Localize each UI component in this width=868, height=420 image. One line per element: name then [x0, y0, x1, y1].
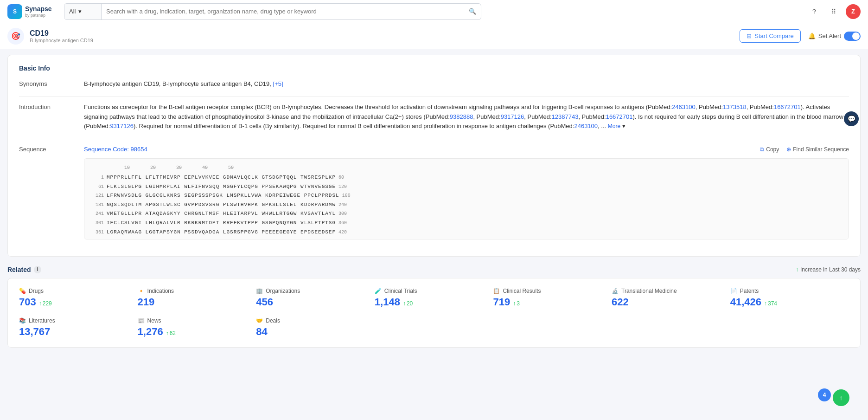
- related-header: Related i ↑ Increase in Last 30 days: [7, 266, 861, 273]
- organizations-icon: 🏢: [256, 288, 263, 294]
- seq-line-3: 121 LFRWNVSDLG GLGCGLKNRS SEGPSSSPSGK LM…: [90, 192, 843, 200]
- entity-actions: ⊞ Start Compare 🔔 Set Alert: [740, 29, 861, 43]
- pubmed-link-9317126[interactable]: 9317126: [501, 113, 524, 120]
- sequence-code-link[interactable]: Sequence Code: 98654: [84, 145, 147, 155]
- pubmed-link-2463100b[interactable]: 2463100: [574, 123, 598, 129]
- clinical-trials-icon: 🧪: [375, 288, 382, 294]
- set-alert-button[interactable]: 🔔 Set Alert: [808, 32, 861, 41]
- synonyms-text: B-lymphocyte antigen CD19, B-lymphocyte …: [84, 80, 271, 87]
- related-item-patents[interactable]: 📄 Patents 41,426 ↑ 374: [730, 288, 849, 308]
- copy-button[interactable]: ⧉ Copy: [760, 145, 779, 154]
- related-items-row2: 📚 Literatures 13,767 📰 News 1,276 ↑ 62: [19, 317, 849, 338]
- increase-arrow-icon: ↑: [796, 266, 798, 273]
- pubmed-link-16672701b[interactable]: 16672701: [606, 113, 633, 120]
- patents-delta-value: 374: [768, 300, 777, 307]
- introduction-row: Introduction Functions as coreceptor for…: [19, 103, 849, 131]
- clinical-trials-label: Clinical Trials: [384, 288, 417, 294]
- cr-delta-value: 3: [517, 300, 520, 307]
- chat-float-icon[interactable]: 💬: [844, 111, 859, 126]
- sequence-label: Sequence: [19, 145, 75, 239]
- sequence-box[interactable]: 10 20 30 40 50 1 MPPPRLLFFL LFLTFMEVRP E…: [84, 158, 849, 239]
- literatures-label: Literatures: [29, 317, 55, 324]
- logo: S Synapse by patsnap: [7, 4, 58, 19]
- synonyms-more-link[interactable]: [+5]: [273, 80, 283, 87]
- related-item-clinical-results[interactable]: 📋 Clinical Results 719 ↑ 3: [493, 288, 612, 308]
- apps-icon[interactable]: ⠿: [826, 4, 841, 19]
- translational-icon: 🔬: [612, 288, 619, 294]
- search-input[interactable]: [106, 8, 465, 15]
- help-icon[interactable]: ?: [807, 4, 822, 19]
- organizations-label: Organizations: [266, 288, 300, 294]
- search-input-wrap[interactable]: 🔍: [102, 8, 481, 15]
- clinical-results-label: Clinical Results: [503, 288, 541, 294]
- basic-info-title: Basic Info: [19, 65, 849, 72]
- entity-bar: 🎯 CD19 B-lymphocyte antigen CD19 ⊞ Start…: [0, 23, 868, 49]
- sequence-ruler: 10 20 30 40 50: [90, 164, 843, 172]
- related-item-deals[interactable]: 🤝 Deals 84: [256, 317, 375, 338]
- alert-label: Set Alert: [818, 32, 841, 39]
- deals-label: Deals: [266, 317, 280, 324]
- logo-sub: by patsnap: [25, 13, 52, 18]
- find-similar-icon: ⊕: [786, 145, 791, 154]
- news-delta: ↑ 62: [166, 330, 176, 336]
- related-item-literatures[interactable]: 📚 Literatures 13,767: [19, 317, 138, 338]
- seq-line-1: 1 MPPPRLLFFL LFLTFMEVRP EEPLVVKVEE GDNAV…: [90, 174, 843, 182]
- drugs-delta-arrow: ↑: [39, 300, 42, 307]
- seq-line-4: 181 NQSLSQDLTM APGSTLWLSC GVPPDSVSRG PLS…: [90, 201, 843, 209]
- pubmed-link-12387743[interactable]: 12387743: [552, 113, 579, 120]
- related-title: Related i: [7, 266, 41, 273]
- related-item-clinical-trials[interactable]: 🧪 Clinical Trials 1,148 ↑ 20: [375, 288, 493, 308]
- sequence-value: Sequence Code: 98654 ⧉ Copy ⊕ Find Simil…: [84, 145, 849, 239]
- clinical-trials-count: 1,148: [375, 296, 400, 308]
- patents-icon: 📄: [730, 288, 737, 294]
- related-info-icon[interactable]: i: [34, 266, 41, 273]
- pubmed-link-9382888[interactable]: 9382888: [450, 113, 473, 120]
- seq-line-5: 241 VMETGLLLPR ATAQDAGKYY CHRGNLTMSF HLE…: [90, 210, 843, 218]
- start-compare-button[interactable]: ⊞ Start Compare: [740, 29, 801, 43]
- header-icons: ? ⠿ Z: [807, 4, 861, 19]
- related-item-indications[interactable]: 🔸 Indications 219: [138, 288, 256, 308]
- pubmed-link-2463100[interactable]: 2463100: [672, 103, 696, 110]
- logo-text: Synapse by patsnap: [25, 5, 52, 18]
- related-item-organizations[interactable]: 🏢 Organizations 456: [256, 288, 375, 308]
- user-avatar[interactable]: Z: [846, 4, 861, 19]
- cr-delta-arrow: ↑: [513, 300, 516, 307]
- synonyms-row: Synonyms B-lymphocyte antigen CD19, B-ly…: [19, 79, 849, 89]
- main-content: Basic Info Synonyms B-lymphocyte antigen…: [7, 55, 861, 257]
- patents-delta: ↑ 374: [764, 300, 777, 307]
- ct-delta-arrow: ↑: [403, 300, 406, 307]
- news-delta-arrow: ↑: [166, 330, 169, 336]
- indications-label: Indications: [147, 288, 174, 294]
- seq-line-2: 61 FLKLSLGLPG LGIHMRPLAI WLFIFNVSQQ MGGF…: [90, 183, 843, 191]
- patents-delta-arrow: ↑: [764, 300, 767, 307]
- indications-icon: 🔸: [138, 288, 145, 294]
- related-item-translational[interactable]: 🔬 Translational Medicine 622: [612, 288, 730, 308]
- entity-info: 🎯 CD19 B-lymphocyte antigen CD19: [7, 28, 93, 45]
- pubmed-link-16672701[interactable]: 16672701: [774, 103, 801, 110]
- increase-badge: ↑ Increase in Last 30 days: [796, 266, 861, 273]
- alert-toggle[interactable]: [844, 32, 861, 41]
- related-item-drugs[interactable]: 💊 Drugs 703 ↑ 229: [19, 288, 138, 308]
- introduction-label: Introduction: [19, 103, 75, 131]
- find-similar-label: Find Similar Sequence: [793, 145, 849, 154]
- introduction-value: Functions as coreceptor for the B-cell a…: [84, 103, 849, 131]
- entity-icon: 🎯: [7, 28, 24, 45]
- app-header: S Synapse by patsnap All ▾ 🔍 ? ⠿ Z: [0, 0, 868, 23]
- pubmed-link-9317126b[interactable]: 9317126: [110, 123, 134, 129]
- news-icon: 📰: [138, 317, 145, 324]
- filter-dropdown[interactable]: All ▾: [64, 4, 102, 19]
- drugs-count: 703: [19, 296, 36, 308]
- ct-delta-value: 20: [407, 300, 413, 307]
- introduction-more-link[interactable]: More: [608, 123, 620, 129]
- clinical-results-icon: 📋: [493, 288, 500, 294]
- related-item-news[interactable]: 📰 News 1,276 ↑ 62: [138, 317, 256, 338]
- pubmed-link-1373518[interactable]: 1373518: [723, 103, 747, 110]
- clinical-results-count: 719: [493, 296, 510, 308]
- divider-1: [19, 97, 849, 97]
- find-similar-button[interactable]: ⊕ Find Similar Sequence: [786, 145, 849, 154]
- indications-count: 219: [138, 296, 155, 308]
- compare-label: Start Compare: [754, 32, 794, 39]
- drugs-delta: ↑ 229: [39, 300, 52, 307]
- drugs-delta-value: 229: [43, 300, 52, 307]
- search-icon[interactable]: 🔍: [469, 8, 476, 15]
